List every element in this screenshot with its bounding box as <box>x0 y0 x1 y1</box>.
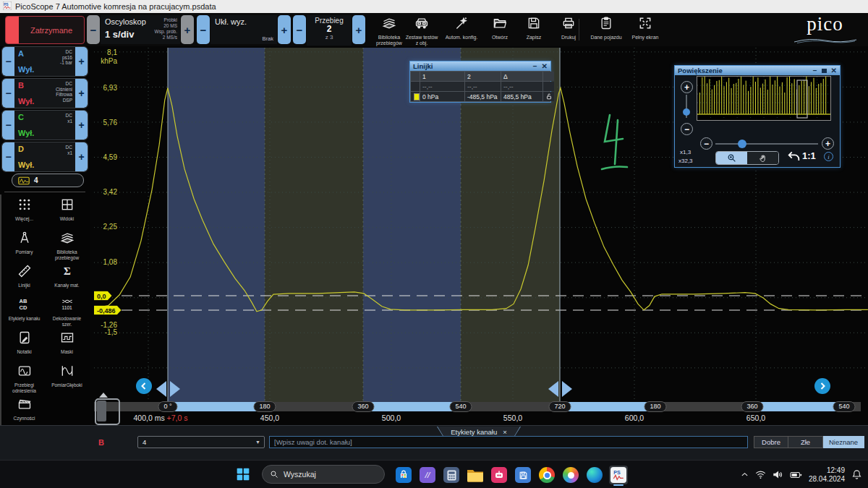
waveform-chart[interactable]: 8,1khPa6,935,764,593,422,251,08-1,26-1,5… <box>90 46 868 425</box>
channel-C-decrease-button[interactable]: − <box>2 111 14 140</box>
channel-A-increase-button[interactable]: + <box>75 47 88 76</box>
overview-handle[interactable] <box>97 401 106 421</box>
channel-A-decrease-button[interactable]: − <box>2 47 14 76</box>
sidebar-tool-notatki[interactable]: Notatki <box>3 328 46 361</box>
sidebar-tool-linijki[interactable]: Linijki <box>3 262 46 295</box>
rotation-badge[interactable]: 180 <box>253 401 276 412</box>
sidebar-tool-pomiary[interactable]: Pomiary <box>3 228 46 262</box>
capture-stop-button[interactable]: Zatrzymane <box>5 16 85 44</box>
zoom-y-in-button[interactable]: + <box>681 81 693 93</box>
zoom-panel-header[interactable]: Powiększenie − ✕ <box>675 66 840 75</box>
rotation-badge[interactable]: 360 <box>352 401 374 412</box>
toolbar-button-pełny-ekran[interactable]: Pełny ekran <box>626 16 664 40</box>
toolbar-button-zapisz[interactable]: Zapisz <box>515 16 553 40</box>
taskbar-app-calculator[interactable] <box>442 466 461 484</box>
timebase-increase-button[interactable]: + <box>181 15 194 44</box>
overview-widget[interactable] <box>95 398 120 425</box>
sidebar-tool-biblioteka-przebiegów[interactable]: Biblioteka przebiegów <box>46 228 88 262</box>
sidebar-tool-dekodowanie-szer[interactable]: 1101Dekodowanie szer. <box>46 295 88 328</box>
phase-marker-left-handle[interactable] <box>548 381 558 397</box>
channel-B-panel[interactable]: −+BWył.DCCiśnieniFiltrowaDSP <box>1 78 88 108</box>
rulers-panel-header[interactable]: Linijki − ✕ <box>410 61 550 71</box>
zoom-tool-button[interactable] <box>716 152 747 164</box>
taskbar-app-file-explorer[interactable] <box>466 466 485 484</box>
toolbar-button-autom-konfig[interactable]: Autom. konfig. <box>443 16 480 40</box>
phase-marker-left-handle[interactable] <box>156 381 166 397</box>
toolbar-button-drukuj[interactable]: Drukuj <box>550 16 587 40</box>
zoom-x-slider-track[interactable] <box>715 143 818 145</box>
taskbar-app-photos-app[interactable] <box>561 466 580 484</box>
zoom-x-slider-thumb[interactable] <box>738 140 746 148</box>
channel-C-increase-button[interactable]: + <box>75 111 88 140</box>
toolbar-button-dane-pojazdu[interactable]: Dane pojazdu <box>587 16 625 40</box>
channel-D-increase-button[interactable]: + <box>75 142 88 171</box>
channel-D-decrease-button[interactable]: − <box>2 142 14 171</box>
trigger-panel[interactable]: Ukł. wyz. Brak <box>210 15 277 44</box>
taskbar-search[interactable]: Wyszukaj <box>262 465 385 484</box>
phase-marker-right-handle[interactable] <box>562 381 572 397</box>
sidebar-tool-więcej[interactable]: Więcej... <box>3 195 46 228</box>
rotation-badge[interactable]: 180 <box>644 401 666 412</box>
label-select-dropdown[interactable]: 4 ▼ <box>137 436 265 448</box>
tab-close-icon[interactable]: × <box>503 428 507 436</box>
sidebar-tool-czynności[interactable]: Czynności <box>3 395 46 428</box>
rotation-ruler[interactable]: 0 °180360540720180360540 <box>94 402 861 411</box>
close-icon[interactable]: ✕ <box>831 67 837 74</box>
ruler-tag[interactable]: -0,486 <box>94 306 122 315</box>
speaker-icon[interactable] <box>773 470 783 479</box>
channel-C-panel[interactable]: −+CWył.DCx1 <box>1 110 88 140</box>
start-button[interactable] <box>236 467 250 484</box>
rotation-badge[interactable]: 0 ° <box>158 401 177 412</box>
rotation-badge[interactable]: 540 <box>833 401 855 412</box>
timebase-panel[interactable]: Oscyloskop 1 s/div Próbki20 MSWsp. prób.… <box>101 15 180 44</box>
minimize-icon[interactable]: − <box>533 63 537 70</box>
scroll-left-button[interactable] <box>136 378 152 394</box>
channel-4-selector[interactable]: 4 <box>12 174 84 187</box>
zoom-y-out-button[interactable]: − <box>681 123 693 135</box>
pan-tool-button[interactable] <box>747 152 778 164</box>
trigger-decrease-button[interactable]: − <box>197 15 210 44</box>
restore-icon[interactable] <box>822 69 827 73</box>
taskbar-app-robot-app[interactable] <box>490 466 509 484</box>
waveform-next-button[interactable]: + <box>352 15 365 44</box>
rotation-badge[interactable]: 360 <box>741 401 763 412</box>
zoom-y-slider-thumb[interactable] <box>683 108 690 116</box>
ruler-lock[interactable] <box>543 92 554 101</box>
verdict-button-złe[interactable]: Złe <box>788 436 823 448</box>
phase-marker-right-handle[interactable] <box>170 381 180 397</box>
taskbar-app-picoscope[interactable]: PS <box>609 466 628 484</box>
toolbar-button-otwórz[interactable]: Otwórz <box>481 16 519 40</box>
taskbar-app-backup-app[interactable] <box>514 466 532 484</box>
zoom-overview-minimap[interactable] <box>697 76 831 121</box>
info-icon[interactable]: i <box>824 152 833 161</box>
scroll-right-button[interactable] <box>814 378 830 394</box>
rotation-badge[interactable]: 720 <box>548 401 571 412</box>
zoom-x-out-button[interactable]: − <box>700 137 712 150</box>
sidebar-tool-przebiegi-odniesienia[interactable]: Przebiegi odniesienia <box>3 361 46 395</box>
sidebar-tool-etykiety-kanału[interactable]: ABCDEtykiety kanału <box>3 295 46 328</box>
close-icon[interactable]: ✕ <box>542 63 548 70</box>
verdict-button-nieznane[interactable]: Nieznane <box>823 436 864 448</box>
notification-bell-icon[interactable] <box>851 469 862 480</box>
taskbar-app-chrome[interactable] <box>537 466 556 484</box>
sidebar-tool-maski[interactable]: Maski <box>46 328 88 361</box>
undo-zoom-icon[interactable] <box>788 151 800 162</box>
channel-B-decrease-button[interactable]: − <box>2 79 14 108</box>
channel-A-panel[interactable]: −+AWył.DCps16-1 bar <box>1 46 88 77</box>
verdict-button-dobre[interactable]: Dobre <box>754 436 788 448</box>
rulers-panel[interactable]: Linijki − ✕ 12Δ--,----,----,--0 hPa-485,… <box>409 61 551 103</box>
tray-chevron-up-icon[interactable] <box>741 471 749 479</box>
zoom-reset-button[interactable]: 1:1 <box>802 150 816 161</box>
channel-B-increase-button[interactable]: + <box>75 79 88 108</box>
minimize-icon[interactable]: − <box>813 67 817 74</box>
channel-D-panel[interactable]: −+DWył.DCx1 <box>1 142 88 172</box>
waveform-index-panel[interactable]: Przebieg 2 z 3 <box>307 15 352 46</box>
sidebar-tool-widoki[interactable]: Widoki <box>46 195 88 228</box>
channel-note-input[interactable] <box>269 436 748 448</box>
taskbar-app-dev-app[interactable]: // <box>418 466 437 484</box>
trigger-increase-button[interactable]: + <box>278 15 291 44</box>
zoom-x-in-button[interactable]: + <box>822 137 834 150</box>
zoom-panel[interactable]: Powiększenie − ✕ + − − + x1,3 x32,3 <box>674 65 841 168</box>
taskbar-app-microsoft-store[interactable] <box>394 466 413 484</box>
sidebar-tool-kanały-mat[interactable]: ΣKanały mat. <box>46 262 88 295</box>
